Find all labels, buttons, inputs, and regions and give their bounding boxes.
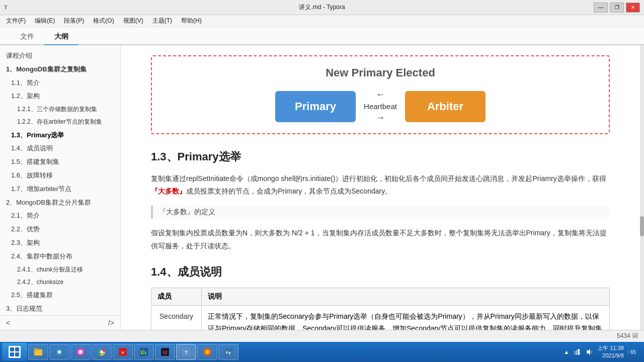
svg-rect-13 [145, 351, 146, 354]
minimize-button[interactable]: — [594, 3, 608, 13]
sidebar-code-icon[interactable]: /> [108, 319, 114, 327]
arrow-left-icon: ← [376, 89, 385, 100]
color-picker-icon [203, 347, 212, 356]
window-title: 讲义.md - Typora [299, 3, 345, 12]
svg-text:Py: Py [226, 350, 231, 355]
svg-rect-23 [576, 350, 578, 355]
arbiter-node: Arbiter [405, 91, 486, 122]
windows-logo-icon [9, 346, 21, 358]
svg-rect-11 [141, 350, 142, 354]
tab-files[interactable]: 文件 [10, 29, 44, 45]
sidebar-arrow-left-icon[interactable]: < [6, 319, 10, 327]
svg-rect-1 [34, 348, 38, 350]
word-count: 5434 词 [617, 332, 638, 340]
sidebar-item-1-7[interactable]: 1.7、增加arbiter节点 [0, 183, 120, 196]
sidebar-item-mongodb-replication[interactable]: 1、MongoDB集群之复制集 [0, 63, 120, 76]
svg-text:V: V [121, 350, 124, 355]
sidebar-item-1-6[interactable]: 1.6、故障转移 [0, 169, 120, 183]
taskbar-btn-task-manager[interactable] [134, 344, 154, 360]
sidebar-item-1-3[interactable]: 1.3、Primary选举 [0, 129, 120, 142]
svg-text:T: T [185, 350, 188, 355]
restore-button[interactable]: ❐ [610, 3, 624, 13]
sidebar-item-1-2-1[interactable]: 1.2.1、三个存储数据的复制集 [0, 103, 120, 116]
show-desktop-button[interactable]: 65 [628, 349, 638, 355]
tray-up-arrow[interactable]: ▲ [564, 349, 569, 355]
section13-body2: 假设复制集内投票成员数量为N，则大多数为 N/2 + 1，当复制集内存活成员数量… [151, 227, 610, 252]
table-cell-secondary-name: Secondary [151, 305, 202, 330]
sidebar-item-2-4-2[interactable]: 2.4.2、chunksize [0, 276, 120, 289]
taskbar: V IJ T Py ▲ [0, 342, 644, 362]
sidebar-item-2-4-1[interactable]: 2.4.1、chunk分裂及迁移 [0, 263, 120, 276]
sidebar-item-1-1[interactable]: 1.1、简介 [0, 76, 120, 90]
blockquote-text: 『大多数』的定义 [159, 208, 215, 216]
file-manager-icon [34, 347, 43, 356]
taskbar-btn-file-manager[interactable] [28, 344, 48, 360]
svg-point-3 [58, 350, 61, 353]
sidebar-item-1-4[interactable]: 1.4、成员说明 [0, 142, 120, 155]
sidebar-item-intro[interactable]: 课程介绍 [0, 49, 120, 63]
sidebar-item-shard[interactable]: 2、MongoDB集群之分片集群 [0, 196, 120, 210]
svg-point-7 [100, 350, 103, 353]
close-button[interactable]: ✕ [626, 3, 640, 13]
taskbar-btn-color-tool[interactable] [70, 344, 91, 360]
diagram-nodes: Primary ← Heartbeat → Arbiter [162, 89, 599, 123]
taskbar-btn-browser2[interactable] [49, 344, 69, 360]
system-tray: ▲ )) 上午 11:38 2021/9/8 65 [559, 344, 642, 360]
menu-view[interactable]: 视图(V) [119, 16, 147, 26]
sidebar-item-1-2-2[interactable]: 1.2.2、存在arbiter节点的复制集 [0, 116, 120, 128]
sidebar-item-2-4[interactable]: 2.4、集群中数据分布 [0, 250, 120, 263]
taskbar-btn-python[interactable]: Py [218, 344, 238, 360]
tab-outline[interactable]: 大纲 [44, 29, 78, 45]
section13-body1: 复制集通过replSetInitiate命令（或mongo shell的rs.i… [151, 172, 610, 198]
scrollbar-thumb [640, 216, 644, 236]
taskbar-btn-chrome[interactable] [92, 344, 112, 360]
menu-format[interactable]: 格式(O) [89, 16, 118, 26]
content-scrollbar[interactable] [640, 45, 644, 330]
sidebar-item-2-5[interactable]: 2.5、搭建集群 [0, 289, 120, 302]
main-layout: 课程介绍 1、MongoDB集群之复制集 1.1、简介 1.2、架构 1.2.1… [0, 45, 644, 330]
intellij-icon: IJ [160, 347, 170, 356]
heartbeat-label: Heartbeat [364, 102, 397, 111]
start-button[interactable] [2, 343, 27, 361]
table-row-secondary: Secondary 正常情况下，复制集的Seconary会参与Primary选举… [151, 305, 610, 330]
section13-heading: 1.3、Primary选举 [151, 149, 610, 164]
taskbar-btn-typora[interactable]: T [176, 344, 196, 360]
menu-bar: 文件(F) 编辑(E) 段落(P) 格式(O) 视图(V) 主题(T) 帮助(H… [0, 15, 644, 27]
section14-heading: 1.4、成员说明 [151, 264, 610, 280]
python-icon: Py [224, 347, 233, 356]
taskbar-btn-vpn[interactable]: V [113, 344, 133, 360]
sidebar-item-2-2[interactable]: 2.2、优势 [0, 223, 120, 236]
menu-file[interactable]: 文件(F) [2, 16, 30, 26]
heartbeat-arrow: ← Heartbeat → [364, 89, 397, 123]
arrow-right-icon: → [376, 113, 385, 123]
svg-rect-12 [143, 349, 144, 354]
chrome-icon [97, 347, 106, 356]
sidebar: 课程介绍 1、MongoDB集群之复制集 1.1、简介 1.2、架构 1.2.1… [0, 45, 121, 330]
taskbar-btn-intellij[interactable]: IJ [155, 344, 175, 360]
svg-point-19 [205, 350, 209, 354]
svg-rect-22 [574, 351, 576, 355]
menu-help[interactable]: 帮助(H) [177, 16, 206, 26]
menu-edit[interactable]: 编辑(E) [31, 16, 59, 26]
network-icon [573, 348, 581, 356]
sidebar-item-1-5[interactable]: 1.5、搭建复制集 [0, 155, 120, 169]
taskbar-clock: 上午 11:38 2021/9/8 [597, 344, 624, 360]
primary-node: Primary [275, 91, 356, 122]
sidebar-item-2-1[interactable]: 2.1、简介 [0, 209, 120, 223]
sidebar-item-logging[interactable]: 3、日志规范 [0, 302, 120, 316]
diagram-title: New Primary Elected [162, 66, 599, 79]
menu-theme[interactable]: 主题(T) [148, 16, 176, 26]
content-area[interactable]: New Primary Elected Primary ← Heartbeat … [121, 45, 640, 330]
menu-paragraph[interactable]: 段落(P) [60, 16, 88, 26]
tab-bar: 文件 大纲 [0, 27, 644, 45]
blockquote-majority: 『大多数』的定义 [151, 206, 610, 219]
table-cell-secondary-desc: 正常情况下，复制集的Seconary会参与Primary选举（自身也可能会被选为… [202, 305, 610, 330]
sidebar-item-2-3[interactable]: 2.3、架构 [0, 236, 120, 250]
members-table: 成员 说明 Secondary 正常情况下，复制集的Seconary会参与Pri… [151, 288, 610, 330]
taskbar-btn-color-picker[interactable] [197, 344, 217, 360]
title-bar: T 讲义.md - Typora — ❐ ✕ [0, 0, 644, 15]
table-header-member: 成员 [151, 288, 202, 305]
clock-time: 上午 11:38 [597, 344, 624, 352]
sidebar-item-1-2[interactable]: 1.2、架构 [0, 89, 120, 103]
typora-icon: T [182, 347, 191, 356]
